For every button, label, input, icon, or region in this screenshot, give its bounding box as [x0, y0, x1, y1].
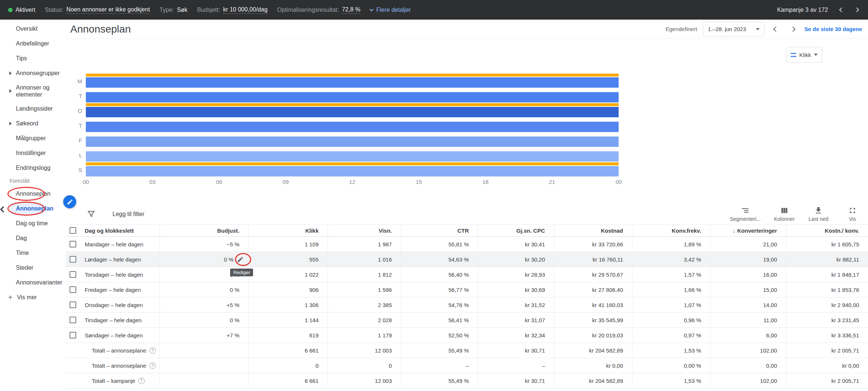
- cell-konverteringer: 21,00: [710, 237, 786, 252]
- table-tools: Segmenteri...KolonnerLast nedVis: [730, 206, 863, 222]
- cell-kostn-konv: kr 2 005,71: [786, 343, 868, 358]
- column-header-visn[interactable]: Visn.: [328, 225, 401, 236]
- vis-button[interactable]: Vis: [842, 206, 863, 222]
- cell-klikk: 1 144: [249, 313, 328, 327]
- column-header-label: Klikk: [305, 227, 319, 234]
- x-axis-tick: 18: [482, 179, 489, 185]
- sidebar-suggested-items: AnnonseplanAnnonseplanDag og timeDagTime…: [0, 186, 66, 290]
- day-label-m-0: M: [66, 74, 82, 88]
- segment-value[interactable]: 72,8 %: [342, 6, 360, 14]
- cell-value: kr 33 720,66: [592, 241, 623, 247]
- sidebar-item-dag-4[interactable]: Dag: [0, 231, 66, 246]
- row-checkbox[interactable]: [70, 241, 76, 247]
- next-campaign-chevron-icon[interactable]: [854, 7, 859, 12]
- segment-label: Optimaliseringsresultat:: [277, 7, 339, 13]
- table-row: Torsdager – hele dagen0 %1 0221 81256,40…: [66, 267, 868, 282]
- cell-kostnad: kr 204 582,89: [554, 373, 632, 388]
- help-icon[interactable]: ?: [149, 363, 156, 369]
- column-header-budjust[interactable]: Budjust.: [160, 225, 249, 236]
- previous-campaign-chevron-icon[interactable]: [839, 7, 844, 12]
- column-header-kostn-konv[interactable]: Kostn./ konv.: [786, 225, 868, 236]
- expand-arrow-icon: [9, 89, 12, 93]
- sidebar-item-steder-6[interactable]: Steder: [0, 260, 66, 275]
- chart-metric-selector[interactable]: Klikk: [786, 47, 822, 63]
- cell-visn: 12 003: [328, 373, 401, 388]
- sidebar-item-annonser-og-elementer[interactable]: Annonser og elementer: [0, 81, 66, 101]
- row-checkbox[interactable]: [70, 332, 76, 338]
- date-range-selector[interactable]: 1.–28. jun 2023: [703, 22, 764, 37]
- sidebar-item-søkeord[interactable]: Søkeord: [0, 116, 66, 131]
- row-checkbox[interactable]: [70, 271, 76, 278]
- sidebar-item-tips[interactable]: Tips: [0, 51, 66, 66]
- column-header-klikk[interactable]: Klikk: [249, 225, 328, 236]
- sidebar-item-landingssider[interactable]: Landingssider: [0, 101, 66, 116]
- sidebar-item-oversikt[interactable]: Oversikt: [0, 21, 66, 36]
- cell-value: 12 003: [375, 378, 392, 384]
- sidebar-item-label: Annonseplan: [16, 205, 53, 212]
- help-icon[interactable]: ?: [149, 347, 156, 354]
- last-ned-button[interactable]: Last ned: [808, 206, 829, 222]
- cell-klikk: 906: [249, 282, 328, 297]
- cell-kostn-konv: kr 1 848,17: [786, 267, 868, 282]
- row-checkbox[interactable]: [70, 286, 76, 293]
- edit-schedule-fab[interactable]: [63, 195, 76, 208]
- cell-budjust: 0 %: [160, 282, 249, 297]
- cell-konv-frekv: 1,07 %: [632, 297, 710, 312]
- table-row: Onsdager – hele dagen+5 %1 3062 38554,76…: [66, 297, 868, 313]
- segment-value[interactable]: Noen annonser er ikke godkjent: [66, 6, 150, 14]
- sidebar-item-dag-og-time-3[interactable]: Dag og time: [0, 216, 66, 231]
- sidebar-show-more[interactable]: + Vis mer: [0, 290, 66, 305]
- row-name-cell: Lørdager – hele dagen: [80, 252, 160, 267]
- table-total-row: Totalt – kampanje?6 66112 00355,49 %kr 3…: [66, 373, 868, 388]
- column-header-ctr[interactable]: CTR: [401, 225, 478, 236]
- segmenteri-button[interactable]: Segmenteri...: [730, 206, 761, 222]
- cell-kostn-konv: kr 2 005,71: [786, 373, 868, 388]
- row-name-label: Torsdager – hele dagen: [85, 272, 143, 278]
- column-header-label: Budjust.: [217, 227, 239, 234]
- cell-gjsn-cpc: kr 31,07: [478, 313, 554, 327]
- kolonner-button[interactable]: Kolonner: [774, 206, 795, 222]
- tool-label: Vis: [849, 216, 856, 222]
- cell-value: kr 35 545,99: [592, 317, 623, 323]
- last-30-days-link[interactable]: Se de siste 30 dagene: [804, 26, 862, 32]
- cell-budjust: 0 %: [160, 313, 249, 327]
- previous-period-button[interactable]: [770, 24, 781, 35]
- cell-value: –: [542, 363, 545, 369]
- clicks-bar: [86, 107, 619, 117]
- sidebar-item-anbefalinger[interactable]: Anbefalinger: [0, 36, 66, 51]
- cell-value: kr 204 582,89: [589, 378, 623, 384]
- more-details-link[interactable]: Flere detaljer: [370, 7, 411, 13]
- sidebar-item-annonsegrupper[interactable]: Annonsegrupper: [0, 66, 66, 81]
- row-name-label: Onsdager – hele dagen: [85, 302, 143, 308]
- cell-konv-frekv: 0,97 %: [632, 328, 710, 343]
- sidebar-item-annonseplan-1[interactable]: Annonseplan: [0, 186, 66, 201]
- row-checkbox[interactable]: [70, 317, 76, 323]
- segment-icon: [741, 206, 750, 215]
- column-header-dag-og-klokkeslett[interactable]: Dag og klokkeslett: [80, 225, 160, 236]
- sidebar-item-innstillinger[interactable]: Innstillinger: [0, 146, 66, 161]
- edit-bid-adjustment-pencil-icon[interactable]: [237, 256, 244, 263]
- help-icon[interactable]: ?: [138, 378, 145, 384]
- dropdown-caret-icon: [756, 28, 760, 30]
- column-header-konverteringer[interactable]: ↓Konverteringer: [710, 225, 786, 236]
- sidebar-item-målgrupper[interactable]: Målgrupper: [0, 131, 66, 146]
- sidebar-item-annonseplan-2[interactable]: Annonseplan: [0, 201, 66, 216]
- next-period-button[interactable]: [787, 24, 798, 35]
- campaign-state[interactable]: Aktivert: [8, 7, 35, 13]
- select-all-checkbox[interactable]: [70, 227, 76, 234]
- cell-konv-frekv: 1,53 %: [632, 343, 710, 358]
- segment-value: Søk: [177, 7, 187, 13]
- column-header-gjsn-cpc[interactable]: Gj.sn. CPC: [478, 225, 554, 236]
- add-filter-label: Legg til filter: [112, 211, 144, 218]
- column-header-kostnad[interactable]: Kostnad: [554, 225, 632, 236]
- row-name-label: Totalt – annonseplaner: [92, 347, 147, 354]
- sidebar-item-endringslogg[interactable]: Endringslogg: [0, 161, 66, 175]
- add-filter-button[interactable]: Legg til filter: [87, 210, 144, 219]
- row-checkbox[interactable]: [70, 301, 76, 308]
- segment-value[interactable]: kr 10 000,00/dag: [223, 6, 268, 14]
- column-header-konv-frekv[interactable]: Konv.frekv.: [632, 225, 710, 236]
- sidebar-item-annonsevarianter-7[interactable]: Annonsevarianter: [0, 275, 66, 290]
- sidebar-item-time-5[interactable]: Time: [0, 246, 66, 260]
- cell-value: 0 %: [224, 256, 233, 263]
- row-checkbox[interactable]: [70, 256, 76, 263]
